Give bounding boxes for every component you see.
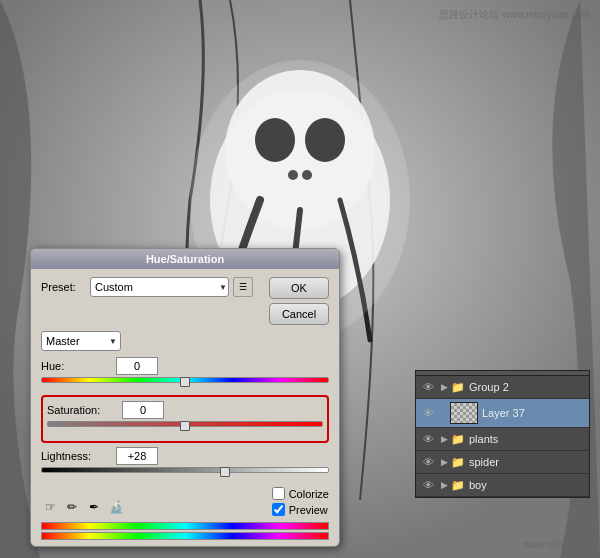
watermark-top: 思路设计论坛 www.missyuan.com [439,8,590,22]
eye-icon[interactable]: 👁 [420,379,436,395]
hue-label: Hue: [41,360,116,372]
saturation-section: Saturation: [47,401,323,435]
eye-icon[interactable]: 👁 [420,477,436,493]
checkboxes-group: Colorize Preview [272,487,329,516]
dialog-content: Preset: Custom Default ▼ ☰ OK Cancel [31,269,339,546]
folder-icon: 📁 [450,454,466,470]
cancel-button[interactable]: Cancel [269,303,329,325]
lightness-label-row: Lightness: [41,447,329,465]
dialog-title: Hue/Saturation [146,253,224,265]
layer-item[interactable]: 👁 ▶ 📁 plants [416,428,589,451]
expand-arrow-icon[interactable]: ▶ [438,479,450,491]
folder-icon: 📁 [450,431,466,447]
layer-name: Group 2 [469,381,585,393]
expand-arrow-icon[interactable]: ▶ [438,433,450,445]
layer-name: Layer 37 [482,407,585,419]
lightness-section: Lightness: [41,447,329,481]
eyedropper-add-icon[interactable]: ✏ [63,498,81,516]
saturation-label-row: Saturation: [47,401,323,419]
hue-label-row: Hue: [41,357,329,375]
eye-icon[interactable]: 👁 [420,405,436,421]
layer-thumbnail [450,402,478,424]
colorize-checkbox[interactable] [272,487,285,500]
ok-button[interactable]: OK [269,277,329,299]
eyedropper-subtract-icon[interactable]: ✒ [85,498,103,516]
hue-value-input[interactable] [116,357,158,375]
tools-row: ☞ ✏ ✒ 🔬 [41,498,125,516]
saturation-highlight-box: Saturation: [41,395,329,443]
saturation-label: Saturation: [47,404,122,416]
hue-slider-container [41,377,329,391]
expand-arrow-icon[interactable]: ▶ [438,381,450,393]
folder-icon: 📁 [450,379,466,395]
dialog-titlebar[interactable]: Hue/Saturation [31,249,339,269]
layer-name: boy [469,479,585,491]
eye-icon[interactable]: 👁 [420,454,436,470]
layer-item[interactable]: 👁 Layer 37 [416,399,589,428]
saturation-slider-container [47,421,323,435]
thumb-checker [451,403,477,423]
rainbow-bar-top [41,522,329,530]
layer-name: spider [469,456,585,468]
expand-arrow-icon[interactable]: ▶ [438,456,450,468]
eye-icon[interactable]: 👁 [420,431,436,447]
preset-select[interactable]: Custom Default [90,277,229,297]
layer-name: plants [469,433,585,445]
finger-tool-icon[interactable]: ☞ [41,498,59,516]
master-select-wrapper: Master Reds Yellows Greens Cyans Blues M… [41,331,121,351]
lightness-value-input[interactable] [116,447,158,465]
saturation-value-input[interactable] [122,401,164,419]
preview-checkbox[interactable] [272,503,285,516]
hue-section: Hue: [41,357,329,391]
lightness-slider-track[interactable] [41,467,329,473]
preset-label: Preset: [41,281,86,293]
preset-menu-button[interactable]: ☰ [233,277,253,297]
dialog-buttons: OK Cancel [261,277,329,325]
preset-select-wrapper: Custom Default ▼ [90,277,229,297]
dialog-inner: Preset: Custom Default ▼ ☰ OK Cancel [31,269,339,546]
lightness-label: Lightness: [41,450,116,462]
rainbow-bar-bottom [41,532,329,540]
colorize-label: Colorize [289,488,329,500]
hue-slider-thumb[interactable] [180,377,190,387]
lightness-slider-thumb[interactable] [220,467,230,477]
folder-icon: 📁 [450,477,466,493]
saturation-slider-thumb[interactable] [180,421,190,431]
layer-item[interactable]: 👁 ▶ 📁 Group 2 [416,376,589,399]
lightness-slider-container [41,467,329,481]
watermark-bottom: www.olihe.com [523,539,590,550]
colorize-row: Colorize [272,487,329,500]
layers-panel: 👁 ▶ 📁 Group 2 👁 Layer 37 👁 ▶ 📁 plants 👁 … [415,370,590,498]
preview-row: Preview [272,503,329,516]
master-row: Master Reds Yellows Greens Cyans Blues M… [41,331,329,351]
layer-item[interactable]: 👁 ▶ 📁 spider [416,451,589,474]
master-select[interactable]: Master Reds Yellows Greens Cyans Blues M… [41,331,121,351]
eyedropper-icon[interactable]: 🔬 [107,498,125,516]
bottom-section: ☞ ✏ ✒ 🔬 Colorize Preview [41,487,329,516]
preview-label: Preview [289,504,328,516]
hue-saturation-dialog: Hue/Saturation Preset: Custom Default ▼ … [30,248,340,547]
layer-item[interactable]: 👁 ▶ 📁 boy [416,474,589,497]
